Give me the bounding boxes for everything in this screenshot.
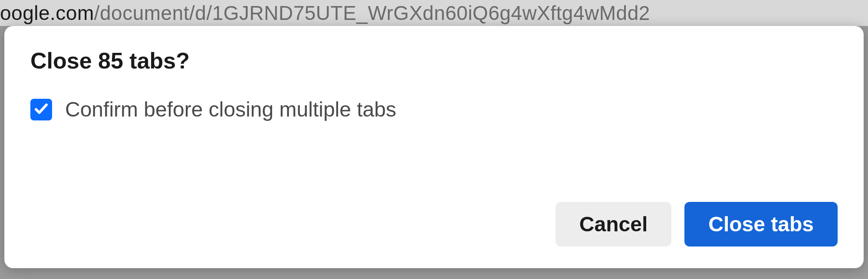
address-bar-background: oogle.com/document/d/1GJRND75UTE_WrGXdn6… (0, 0, 868, 26)
url-domain-fragment: oogle.com (0, 2, 94, 24)
close-tabs-dialog: Close 85 tabs? Confirm before closing mu… (4, 26, 864, 268)
checkmark-icon (33, 101, 49, 118)
url-text: oogle.com/document/d/1GJRND75UTE_WrGXdn6… (0, 1, 650, 25)
confirm-checkbox-label[interactable]: Confirm before closing multiple tabs (65, 97, 396, 121)
dialog-title: Close 85 tabs? (30, 48, 838, 74)
close-tabs-button[interactable]: Close tabs (684, 202, 838, 247)
confirm-checkbox-row: Confirm before closing multiple tabs (30, 97, 838, 121)
cancel-button[interactable]: Cancel (556, 202, 671, 247)
dialog-button-row: Cancel Close tabs (30, 202, 838, 247)
url-path-fragment: /document/d/1GJRND75UTE_WrGXdn60iQ6g4wXf… (94, 2, 650, 24)
confirm-checkbox[interactable] (30, 99, 52, 120)
